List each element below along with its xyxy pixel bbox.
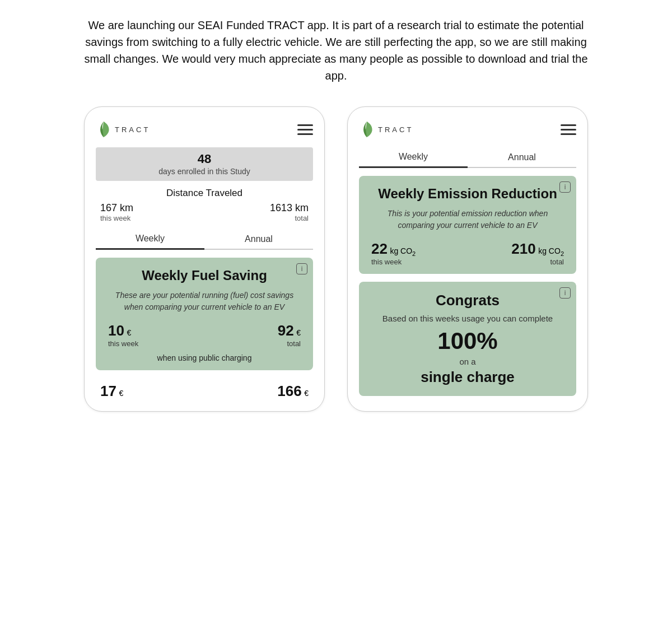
fuel-this-week-value: 10 [108, 322, 124, 339]
emission-total-value-row: 210 kg CO2 [511, 240, 564, 258]
tract-name-left: TRACT [115, 125, 150, 134]
additional-stats: 17 € 166 € [96, 378, 313, 400]
emission-total-label: total [511, 258, 564, 266]
phone-left: TRACT 48 days enrolled in this Study Dis… [84, 106, 325, 412]
distance-title: Distance Traveled [96, 188, 313, 199]
additional-this-week: 17 € [100, 383, 123, 400]
hamburger-menu-right[interactable] [561, 124, 576, 135]
emission-this-week-unit: kg CO2 [390, 246, 416, 255]
phone-right: TRACT Weekly Annual i Weekly Emission Re… [347, 106, 588, 412]
congrats-charge: single charge [369, 369, 566, 386]
distance-total: 1613 km total [270, 202, 309, 222]
tab-annual-left[interactable]: Annual [204, 229, 313, 249]
fuel-this-week-unit: € [127, 328, 131, 337]
tab-weekly-left[interactable]: Weekly [96, 229, 204, 250]
emission-this-week-value: 22 [371, 240, 388, 257]
days-label: days enrolled in this Study [158, 167, 250, 176]
tab-annual-right[interactable]: Annual [468, 147, 576, 167]
distance-this-week-value: 167 km [100, 202, 133, 214]
congrats-percent: 100% [369, 328, 566, 355]
phone-right-header: TRACT [359, 120, 576, 138]
distance-total-value: 1613 km [270, 202, 309, 214]
distance-section: Distance Traveled 167 km this week 1613 … [96, 188, 313, 222]
fuel-card-stats: 10 € this week 92 € total [106, 322, 303, 348]
tabs-right: Weekly Annual [359, 147, 576, 168]
leaf-icon-left [96, 120, 111, 138]
distance-this-week-label: this week [100, 214, 133, 222]
distance-this-week: 167 km this week [100, 202, 133, 222]
fuel-card-footer-note: when using public charging [106, 353, 303, 362]
congrats-subtitle: Based on this weeks usage you can comple… [369, 313, 566, 324]
intro-text: We are launching our SEAI Funded TRACT a… [84, 17, 588, 84]
fuel-this-week-label: this week [108, 339, 138, 348]
additional-this-week-value: 17 [100, 383, 116, 399]
emission-total-stat: 210 kg CO2 total [511, 240, 564, 266]
fuel-total-value-row: 92 € [278, 322, 301, 339]
tract-name-right: TRACT [378, 125, 413, 134]
emission-this-week-value-row: 22 kg CO2 [371, 240, 416, 258]
congrats-on-a: on a [369, 357, 566, 366]
emission-this-week-label: this week [371, 258, 416, 266]
additional-total: 166 € [277, 383, 309, 400]
fuel-total-unit: € [296, 328, 301, 337]
additional-total-unit: € [304, 389, 309, 398]
tab-weekly-right[interactable]: Weekly [359, 147, 468, 168]
emission-total-unit: kg CO2 [538, 246, 564, 255]
phone-left-header: TRACT [96, 120, 313, 138]
days-number: 48 [102, 152, 306, 166]
emission-card: i Weekly Emission Reduction This is your… [359, 176, 576, 274]
fuel-card-title: Weekly Fuel Saving [106, 268, 303, 284]
fuel-this-week-stat: 10 € this week [108, 322, 138, 348]
emission-this-week-stat: 22 kg CO2 this week [371, 240, 416, 266]
congrats-title: Congrats [369, 292, 566, 309]
additional-total-value: 166 [277, 383, 301, 399]
fuel-total-value: 92 [278, 322, 294, 339]
fuel-total-stat: 92 € total [278, 322, 301, 348]
tabs-left: Weekly Annual [96, 229, 313, 250]
emission-card-title: Weekly Emission Reduction [369, 186, 566, 202]
distance-stat-row: 167 km this week 1613 km total [96, 202, 313, 222]
fuel-card-description: These are your potential running (fuel) … [106, 290, 303, 313]
leaf-icon-right [359, 120, 375, 138]
fuel-saving-card: i Weekly Fuel Saving These are your pote… [96, 258, 313, 370]
additional-this-week-unit: € [119, 389, 123, 398]
emission-card-description: This is your potential emission reductio… [369, 208, 566, 231]
phones-container: TRACT 48 days enrolled in this Study Dis… [22, 106, 650, 412]
fuel-this-week-value-row: 10 € [108, 322, 138, 339]
congrats-card-info-button[interactable]: i [559, 287, 571, 299]
tract-logo-right: TRACT [359, 120, 413, 138]
distance-total-label: total [270, 214, 309, 222]
fuel-total-label: total [278, 339, 301, 348]
emission-card-info-button[interactable]: i [559, 181, 571, 193]
fuel-card-info-button[interactable]: i [296, 263, 307, 274]
emission-total-value: 210 [511, 240, 535, 257]
congrats-card: i Congrats Based on this weeks usage you… [359, 282, 576, 396]
hamburger-menu-left[interactable] [297, 124, 313, 135]
days-enrolled-box: 48 days enrolled in this Study [96, 147, 313, 181]
tract-logo-left: TRACT [96, 120, 150, 138]
emission-card-stats: 22 kg CO2 this week 210 kg CO2 total [369, 240, 566, 266]
